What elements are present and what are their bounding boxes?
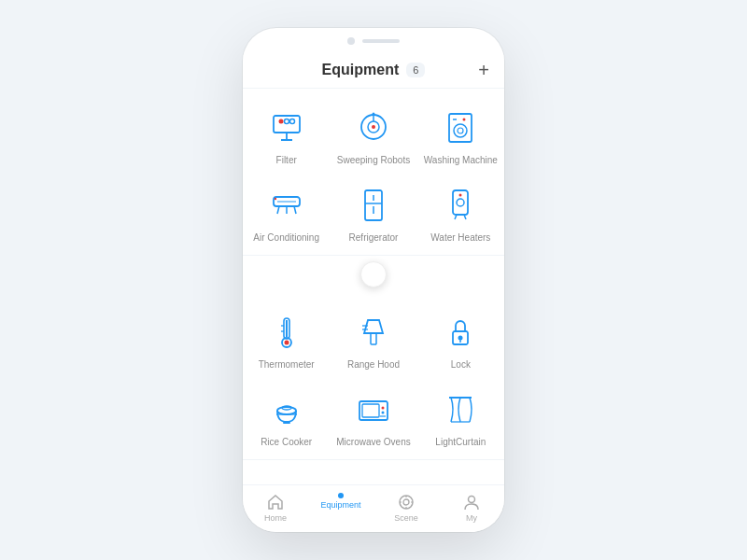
list-item[interactable]: Water Heaters bbox=[417, 174, 504, 251]
list-item[interactable]: Filter bbox=[243, 96, 330, 174]
camera-dot bbox=[347, 37, 355, 45]
svg-point-30 bbox=[459, 194, 462, 197]
range-hood-icon bbox=[352, 310, 395, 353]
svg-rect-46 bbox=[283, 422, 290, 424]
nav-item-equipment[interactable]: Equipment bbox=[308, 485, 374, 532]
scroll-handle bbox=[243, 256, 504, 293]
content-scroll-area: Filter Sweepin bbox=[243, 89, 504, 484]
scene-nav-label: Scene bbox=[394, 513, 418, 523]
list-item[interactable]: Toilet bbox=[330, 468, 416, 484]
rice-cooker-icon bbox=[265, 387, 308, 430]
washing-machine-icon bbox=[439, 105, 482, 148]
svg-line-19 bbox=[294, 206, 296, 214]
sweeping-robots-label: Sweeping Robots bbox=[337, 154, 410, 166]
water-heaters-label: Water Heaters bbox=[430, 231, 490, 244]
microwave-ovens-icon bbox=[352, 387, 395, 430]
toilet-icon bbox=[352, 477, 395, 484]
equipment-section-1: Filter Sweepin bbox=[243, 89, 504, 256]
svg-point-49 bbox=[381, 407, 384, 410]
svg-point-10 bbox=[372, 113, 374, 116]
list-item[interactable]: Lock bbox=[417, 301, 504, 378]
svg-point-27 bbox=[457, 199, 464, 206]
svg-point-4 bbox=[284, 119, 289, 124]
equipment-grid-1: Filter Sweepin bbox=[243, 96, 504, 251]
list-item[interactable]: Sweeping Robots bbox=[330, 96, 416, 174]
lightcurtain-label: LightCurtain bbox=[435, 436, 486, 448]
page-title: Equipment bbox=[322, 62, 400, 78]
svg-point-3 bbox=[278, 119, 283, 124]
scene-icon bbox=[397, 493, 416, 511]
list-item[interactable]: Thermometer bbox=[243, 301, 330, 378]
svg-point-67 bbox=[403, 499, 409, 505]
item-count-badge: 6 bbox=[406, 63, 425, 77]
svg-rect-48 bbox=[362, 404, 379, 417]
microwave-ovens-label: Microwave Ovens bbox=[336, 436, 410, 448]
svg-rect-37 bbox=[371, 333, 376, 344]
home-icon bbox=[266, 493, 285, 511]
rice-cooker-label: Rice Cooker bbox=[261, 436, 312, 448]
stove-icon bbox=[439, 477, 482, 484]
list-item[interactable]: Air Conditioning bbox=[243, 174, 330, 251]
list-item[interactable]: Refrigerator bbox=[330, 174, 416, 251]
svg-point-13 bbox=[458, 128, 463, 133]
list-item[interactable]: LightCurtain bbox=[417, 378, 504, 455]
my-icon bbox=[462, 493, 481, 511]
bottom-navigation: Home Equipment Scene bbox=[243, 484, 504, 532]
washing-machine-label: Washing Machine bbox=[424, 154, 498, 166]
air-conditioning-icon bbox=[265, 183, 308, 226]
nav-item-my[interactable]: My bbox=[439, 485, 504, 532]
list-item[interactable]: Microwave Ovens bbox=[330, 378, 416, 455]
list-item[interactable]: Washing Machine bbox=[417, 96, 504, 174]
svg-line-17 bbox=[277, 206, 279, 214]
svg-point-21 bbox=[274, 198, 275, 200]
page-header: Equipment 6 + bbox=[243, 50, 504, 89]
svg-point-15 bbox=[463, 119, 466, 121]
svg-point-34 bbox=[284, 341, 289, 345]
equipment-active-dot bbox=[338, 493, 344, 498]
range-hood-label: Range Hood bbox=[347, 358, 400, 371]
add-button[interactable]: + bbox=[478, 60, 489, 81]
svg-point-44 bbox=[277, 407, 296, 414]
nav-item-scene[interactable]: Scene bbox=[374, 485, 439, 532]
equipment-nav-label: Equipment bbox=[320, 500, 360, 510]
refrigerator-icon bbox=[352, 183, 395, 226]
svg-point-50 bbox=[381, 412, 384, 414]
lock-label: Lock bbox=[451, 358, 471, 371]
filter-icon bbox=[265, 105, 308, 148]
equipment-section-2: Thermometer Range Hood bbox=[243, 293, 504, 460]
nav-item-home[interactable]: Home bbox=[243, 485, 308, 532]
svg-point-41 bbox=[458, 336, 463, 341]
equipment-grid-3: Bathtub Toilet bbox=[243, 468, 504, 484]
list-item[interactable]: Rice Cooker bbox=[243, 378, 330, 455]
speaker-bar bbox=[362, 39, 400, 43]
svg-point-5 bbox=[289, 119, 294, 124]
phone-status-bar bbox=[243, 28, 504, 50]
thermometer-label: Thermometer bbox=[259, 358, 315, 371]
bathtub-icon bbox=[265, 477, 308, 484]
lightcurtain-icon bbox=[439, 387, 482, 430]
air-conditioning-label: Air Conditioning bbox=[253, 231, 319, 244]
thermometer-icon bbox=[265, 310, 308, 353]
svg-point-8 bbox=[372, 125, 375, 129]
scroll-dot bbox=[360, 261, 387, 287]
svg-point-72 bbox=[469, 497, 475, 503]
lock-icon bbox=[439, 310, 482, 353]
refrigerator-label: Refrigerator bbox=[349, 231, 399, 244]
water-heaters-icon bbox=[439, 183, 482, 226]
list-item[interactable]: Range Hood bbox=[330, 301, 416, 378]
svg-point-12 bbox=[454, 124, 467, 137]
phone-frame: Equipment 6 + bbox=[243, 28, 504, 532]
screen: Equipment 6 + bbox=[243, 50, 504, 532]
filter-label: Filter bbox=[276, 154, 297, 166]
svg-rect-22 bbox=[365, 190, 382, 220]
equipment-section-3: Bathtub Toilet bbox=[243, 460, 504, 484]
list-item[interactable]: Stove bbox=[417, 468, 504, 484]
equipment-grid-2: Thermometer Range Hood bbox=[243, 301, 504, 455]
home-nav-label: Home bbox=[264, 513, 287, 523]
svg-point-66 bbox=[400, 496, 413, 509]
sweeping-robot-icon bbox=[352, 105, 395, 148]
my-nav-label: My bbox=[466, 513, 477, 523]
list-item[interactable]: Bathtub bbox=[243, 468, 330, 484]
